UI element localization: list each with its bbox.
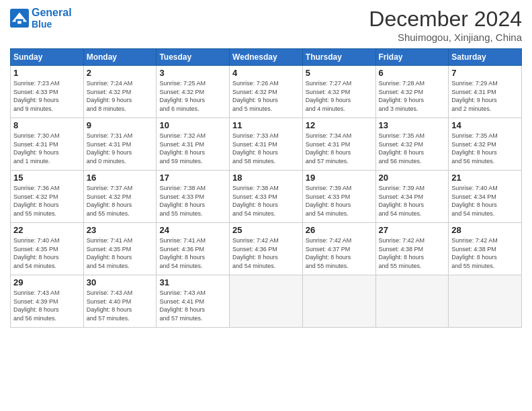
week-row-3: 15Sunrise: 7:36 AM Sunset: 4:32 PM Dayli…	[11, 171, 522, 223]
day-info: Sunrise: 7:35 AM Sunset: 4:32 PM Dayligh…	[451, 132, 519, 165]
day-info: Sunrise: 7:39 AM Sunset: 4:33 PM Dayligh…	[306, 184, 373, 218]
day-number: 24	[159, 225, 226, 235]
day-info: Sunrise: 7:42 AM Sunset: 4:38 PM Dayligh…	[379, 236, 446, 270]
calendar-cell: 3Sunrise: 7:25 AM Sunset: 4:32 PM Daylig…	[157, 66, 230, 118]
calendar-cell: 28Sunrise: 7:42 AM Sunset: 4:38 PM Dayli…	[449, 223, 522, 275]
day-info: Sunrise: 7:26 AM Sunset: 4:32 PM Dayligh…	[232, 79, 300, 113]
day-number: 9	[87, 120, 154, 130]
calendar-cell: 29Sunrise: 7:43 AM Sunset: 4:39 PM Dayli…	[11, 275, 84, 328]
day-number: 16	[87, 173, 154, 183]
calendar-cell: 6Sunrise: 7:28 AM Sunset: 4:32 PM Daylig…	[375, 66, 449, 118]
calendar-table: SundayMondayTuesdayWednesdayThursdayFrid…	[10, 48, 522, 328]
day-info: Sunrise: 7:40 AM Sunset: 4:35 PM Dayligh…	[13, 236, 81, 270]
calendar-cell: 16Sunrise: 7:37 AM Sunset: 4:32 PM Dayli…	[83, 171, 157, 223]
day-number: 5	[306, 68, 373, 78]
calendar-container: General Blue December 2024 Shuimogou, Xi…	[0, 0, 532, 334]
day-number: 23	[87, 225, 154, 235]
logo-icon	[10, 9, 29, 28]
calendar-cell: 13Sunrise: 7:35 AM Sunset: 4:32 PM Dayli…	[375, 118, 449, 171]
day-info: Sunrise: 7:33 AM Sunset: 4:31 PM Dayligh…	[232, 132, 300, 165]
weekday-header-sunday: Sunday	[11, 49, 84, 66]
calendar-cell: 23Sunrise: 7:41 AM Sunset: 4:35 PM Dayli…	[83, 223, 157, 275]
day-number: 10	[159, 120, 226, 130]
day-number: 8	[13, 120, 81, 130]
calendar-cell	[302, 275, 375, 328]
day-info: Sunrise: 7:30 AM Sunset: 4:31 PM Dayligh…	[13, 132, 81, 165]
calendar-cell: 18Sunrise: 7:38 AM Sunset: 4:33 PM Dayli…	[230, 171, 303, 223]
calendar-cell: 5Sunrise: 7:27 AM Sunset: 4:32 PM Daylig…	[302, 66, 375, 118]
day-info: Sunrise: 7:43 AM Sunset: 4:40 PM Dayligh…	[87, 289, 154, 322]
weekday-header-row: SundayMondayTuesdayWednesdayThursdayFrid…	[11, 49, 522, 66]
day-number: 22	[13, 225, 81, 235]
calendar-cell: 26Sunrise: 7:42 AM Sunset: 4:37 PM Dayli…	[302, 223, 375, 275]
day-number: 4	[232, 68, 300, 78]
day-number: 13	[379, 120, 446, 130]
calendar-cell: 9Sunrise: 7:31 AM Sunset: 4:31 PM Daylig…	[83, 118, 157, 171]
calendar-cell: 21Sunrise: 7:40 AM Sunset: 4:34 PM Dayli…	[449, 171, 522, 223]
calendar-cell: 22Sunrise: 7:40 AM Sunset: 4:35 PM Dayli…	[11, 223, 84, 275]
calendar-cell: 30Sunrise: 7:43 AM Sunset: 4:40 PM Dayli…	[83, 275, 157, 328]
calendar-cell: 11Sunrise: 7:33 AM Sunset: 4:31 PM Dayli…	[230, 118, 303, 171]
week-row-1: 1Sunrise: 7:23 AM Sunset: 4:33 PM Daylig…	[11, 66, 522, 118]
day-info: Sunrise: 7:42 AM Sunset: 4:37 PM Dayligh…	[306, 236, 373, 270]
day-number: 25	[232, 225, 300, 235]
day-number: 3	[159, 68, 226, 78]
calendar-cell: 8Sunrise: 7:30 AM Sunset: 4:31 PM Daylig…	[11, 118, 84, 171]
calendar-cell: 20Sunrise: 7:39 AM Sunset: 4:34 PM Dayli…	[375, 171, 449, 223]
day-number: 17	[159, 173, 226, 183]
day-info: Sunrise: 7:36 AM Sunset: 4:32 PM Dayligh…	[13, 184, 81, 218]
calendar-cell	[375, 275, 449, 328]
month-title: December 2024	[369, 7, 522, 32]
calendar-cell: 12Sunrise: 7:34 AM Sunset: 4:31 PM Dayli…	[302, 118, 375, 171]
calendar-cell: 4Sunrise: 7:26 AM Sunset: 4:32 PM Daylig…	[230, 66, 303, 118]
svg-rect-3	[17, 21, 21, 24]
day-number: 1	[13, 68, 81, 78]
calendar-cell: 1Sunrise: 7:23 AM Sunset: 4:33 PM Daylig…	[11, 66, 84, 118]
day-info: Sunrise: 7:42 AM Sunset: 4:38 PM Dayligh…	[451, 236, 519, 270]
calendar-cell: 17Sunrise: 7:38 AM Sunset: 4:33 PM Dayli…	[157, 171, 230, 223]
day-number: 11	[232, 120, 300, 130]
day-info: Sunrise: 7:38 AM Sunset: 4:33 PM Dayligh…	[232, 184, 300, 218]
day-number: 29	[13, 277, 81, 287]
logo-text: General Blue	[32, 7, 72, 30]
calendar-cell	[230, 275, 303, 328]
day-number: 20	[379, 173, 446, 183]
weekday-header-monday: Monday	[83, 49, 157, 66]
calendar-cell: 25Sunrise: 7:42 AM Sunset: 4:36 PM Dayli…	[230, 223, 303, 275]
calendar-cell: 14Sunrise: 7:35 AM Sunset: 4:32 PM Dayli…	[449, 118, 522, 171]
day-info: Sunrise: 7:35 AM Sunset: 4:32 PM Dayligh…	[379, 132, 446, 165]
calendar-cell: 31Sunrise: 7:43 AM Sunset: 4:41 PM Dayli…	[157, 275, 230, 328]
day-info: Sunrise: 7:25 AM Sunset: 4:32 PM Dayligh…	[159, 79, 226, 113]
calendar-cell: 7Sunrise: 7:29 AM Sunset: 4:31 PM Daylig…	[449, 66, 522, 118]
day-info: Sunrise: 7:29 AM Sunset: 4:31 PM Dayligh…	[451, 79, 519, 113]
day-number: 18	[232, 173, 300, 183]
calendar-cell: 24Sunrise: 7:41 AM Sunset: 4:36 PM Dayli…	[157, 223, 230, 275]
day-number: 6	[379, 68, 446, 78]
header: General Blue December 2024 Shuimogou, Xi…	[10, 7, 522, 43]
week-row-4: 22Sunrise: 7:40 AM Sunset: 4:35 PM Dayli…	[11, 223, 522, 275]
day-number: 21	[451, 173, 519, 183]
day-info: Sunrise: 7:41 AM Sunset: 4:36 PM Dayligh…	[159, 236, 226, 270]
day-info: Sunrise: 7:31 AM Sunset: 4:31 PM Dayligh…	[87, 132, 154, 165]
calendar-cell: 19Sunrise: 7:39 AM Sunset: 4:33 PM Dayli…	[302, 171, 375, 223]
day-info: Sunrise: 7:34 AM Sunset: 4:31 PM Dayligh…	[306, 132, 373, 165]
day-info: Sunrise: 7:24 AM Sunset: 4:32 PM Dayligh…	[87, 79, 154, 113]
day-info: Sunrise: 7:43 AM Sunset: 4:39 PM Dayligh…	[13, 289, 81, 322]
location-subtitle: Shuimogou, Xinjiang, China	[369, 32, 522, 43]
day-number: 28	[451, 225, 519, 235]
day-info: Sunrise: 7:41 AM Sunset: 4:35 PM Dayligh…	[87, 236, 154, 270]
day-number: 19	[306, 173, 373, 183]
day-info: Sunrise: 7:23 AM Sunset: 4:33 PM Dayligh…	[13, 79, 81, 113]
week-row-2: 8Sunrise: 7:30 AM Sunset: 4:31 PM Daylig…	[11, 118, 522, 171]
calendar-cell: 27Sunrise: 7:42 AM Sunset: 4:38 PM Dayli…	[375, 223, 449, 275]
calendar-cell: 10Sunrise: 7:32 AM Sunset: 4:31 PM Dayli…	[157, 118, 230, 171]
day-info: Sunrise: 7:40 AM Sunset: 4:34 PM Dayligh…	[451, 184, 519, 218]
day-number: 7	[451, 68, 519, 78]
calendar-cell	[449, 275, 522, 328]
day-info: Sunrise: 7:43 AM Sunset: 4:41 PM Dayligh…	[159, 289, 226, 322]
title-block: December 2024 Shuimogou, Xinjiang, China	[369, 7, 522, 43]
day-info: Sunrise: 7:37 AM Sunset: 4:32 PM Dayligh…	[87, 184, 154, 218]
day-number: 14	[451, 120, 519, 130]
day-info: Sunrise: 7:28 AM Sunset: 4:32 PM Dayligh…	[379, 79, 446, 113]
day-info: Sunrise: 7:39 AM Sunset: 4:34 PM Dayligh…	[379, 184, 446, 218]
